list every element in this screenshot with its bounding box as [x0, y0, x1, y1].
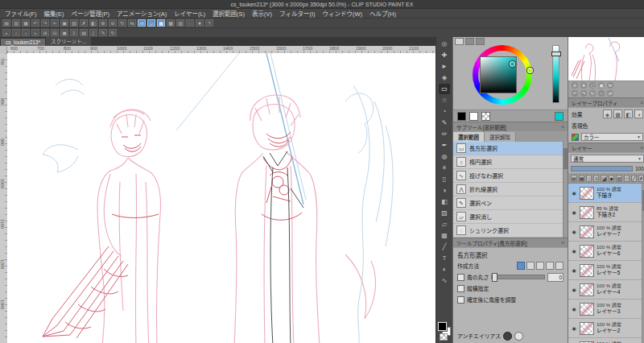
story-editor-icon[interactable]: ≡	[70, 29, 78, 36]
blend-mode-select[interactable]: 通常 ▼	[571, 155, 644, 163]
rotate-view-icon[interactable]: ↻	[118, 19, 126, 27]
border-effect-icon[interactable]: ◈	[603, 110, 612, 118]
nav-reset-display-icon[interactable]: ○	[598, 90, 605, 97]
menu-item-6[interactable]: 表示(V)	[252, 9, 272, 18]
refresh-icon[interactable]: ↻	[109, 29, 117, 36]
delete-layer-icon[interactable]: ✗	[638, 175, 644, 182]
show-grid-icon[interactable]: ▩	[167, 19, 175, 27]
prev-page-icon[interactable]: ‹	[12, 29, 20, 36]
main-color-chip[interactable]	[457, 112, 466, 121]
layer-row[interactable]: ◉100 % 通常レイヤー1	[568, 338, 644, 343]
eye-icon[interactable]: ◉	[571, 190, 577, 196]
select-from-selection-icon[interactable]	[546, 262, 554, 270]
erase-selection[interactable]: ▱選択消し	[453, 210, 568, 224]
expression-color-effect-icon[interactable]: ◑	[634, 110, 643, 118]
roundness-value[interactable]: 0	[547, 273, 564, 282]
panel-menu-icon[interactable]: ≡	[640, 100, 643, 105]
aspect-checkbox[interactable]	[457, 285, 464, 292]
rectangle-select[interactable]: ▭長方形選択	[453, 142, 568, 155]
new-selection-icon[interactable]	[517, 262, 525, 270]
menu-item-3[interactable]: アニメーション(A)	[117, 9, 167, 18]
antialias-off-button[interactable]	[503, 332, 512, 341]
cut-icon[interactable]: ✂	[51, 19, 59, 27]
eye-icon[interactable]: ◉	[571, 248, 577, 254]
menu-item-2[interactable]: ページ管理(P)	[72, 9, 109, 18]
menu-item-8[interactable]: ウィンドウ(W)	[323, 9, 363, 18]
next-page-icon[interactable]: ›	[22, 29, 30, 36]
panel-menu-icon[interactable]: ≡	[561, 124, 564, 130]
pencil-tool[interactable]: ✏	[439, 129, 450, 139]
snap-ruler-icon[interactable]: ▭	[138, 19, 146, 27]
eye-icon[interactable]: ◉	[571, 209, 577, 215]
menu-item-4[interactable]: レイヤー(L)	[174, 9, 205, 18]
tone-effect-icon[interactable]: ▩	[613, 110, 622, 118]
sub-color-chip[interactable]	[469, 112, 478, 121]
nav-rotate-right-icon[interactable]: ↷	[580, 90, 587, 97]
auto-select-tool[interactable]: ☆	[439, 95, 450, 105]
page-list-icon[interactable]: ▤	[80, 29, 88, 36]
opacity-slider[interactable]	[571, 166, 633, 172]
clip-at-layer-icon[interactable]: ◪	[601, 175, 607, 182]
roundness-checkbox[interactable]	[457, 274, 464, 281]
nav-fit-icon[interactable]: ◻	[589, 82, 596, 89]
color-wheel-tab[interactable]	[455, 38, 464, 45]
transparent-color-swatch[interactable]	[440, 333, 448, 341]
menu-item-0[interactable]: ファイル(F)	[5, 9, 37, 18]
expression-color-select[interactable]: カラー ▼	[581, 133, 643, 141]
last-page-icon[interactable]: »	[31, 29, 39, 36]
transparent-chip[interactable]	[481, 112, 490, 121]
lock-layer-icon[interactable]: ◆	[609, 175, 614, 182]
subtool-scrollbar[interactable]	[563, 142, 568, 238]
menu-item-9[interactable]: ヘルプ(H)	[369, 9, 396, 18]
layer-color-effect-icon[interactable]: ◧	[624, 110, 633, 118]
canvas[interactable]	[7, 53, 436, 343]
menu-item-7[interactable]: フィルター(I)	[279, 9, 315, 18]
line-correction-tool[interactable]: ∿	[439, 275, 450, 286]
eye-icon[interactable]: ◉	[571, 325, 577, 331]
save-icon[interactable]: ▦	[22, 19, 30, 27]
value-slider-handle[interactable]	[551, 52, 561, 56]
selection-tool[interactable]: ▭	[439, 84, 450, 94]
brush-tool[interactable]: ✒	[439, 140, 450, 151]
eyedropper-tool[interactable]: ◔	[439, 106, 450, 117]
help-icon[interactable]: ?	[205, 19, 213, 27]
edit-page-icon[interactable]: ✎	[99, 29, 107, 36]
nav-actual-size-icon[interactable]: ▣	[598, 82, 605, 89]
new-folder-icon[interactable]: ▦	[579, 175, 585, 182]
decoration-tool[interactable]: ✳	[439, 163, 450, 173]
add-page-icon[interactable]: ⊞	[41, 29, 49, 36]
roundness-slider[interactable]	[491, 275, 545, 279]
fill-icon[interactable]: ◧	[89, 19, 97, 27]
fill-tool[interactable]: ◧	[439, 196, 450, 207]
subtract-selection-icon[interactable]	[536, 262, 544, 270]
enable-mask-icon[interactable]: ○	[624, 175, 630, 182]
first-page-icon[interactable]: «	[2, 29, 10, 36]
shrink-select[interactable]: ◌シュリンク選択	[453, 224, 568, 238]
color-set-tab[interactable]	[476, 38, 485, 45]
eye-icon[interactable]: ◉	[571, 306, 577, 312]
eraser-tool[interactable]: ▯	[439, 174, 450, 184]
color-slider-tab[interactable]	[465, 38, 474, 45]
layer-row[interactable]: ◉100 % 通常レイヤー3	[568, 300, 644, 319]
blend-tool[interactable]: ◑	[439, 185, 450, 196]
airbrush-tool[interactable]: ◍	[439, 151, 450, 162]
hue-cursor[interactable]	[527, 68, 533, 73]
show-transparent-icon[interactable]: ▨	[176, 19, 184, 27]
text-tool[interactable]: T	[439, 253, 450, 263]
layer-row[interactable]: ◉100 % 通常レイヤー4	[568, 280, 644, 300]
duplicate-page-icon[interactable]: ▣	[60, 29, 68, 36]
zoom-out-icon[interactable]: ⊖	[109, 19, 117, 27]
move-tool[interactable]: ✚	[439, 50, 450, 60]
canvas-tab-0[interactable]: cs_touken213*	[1, 39, 45, 46]
nav-rotate-left-icon[interactable]: ↶	[572, 90, 578, 97]
layer-row[interactable]: ◉100 % 通常レイヤー6	[568, 242, 644, 261]
layer-row[interactable]: ◉100 % 通常下描き	[568, 184, 644, 203]
menu-item-1[interactable]: 編集(E)	[44, 9, 64, 18]
layer-row[interactable]: ◉100 % 通常レイヤー5	[568, 261, 644, 280]
layer-row[interactable]: ◉85 % 通常下描き2	[568, 203, 644, 222]
ellipse-select[interactable]: ○楕円選択	[453, 155, 568, 169]
eye-icon[interactable]: ◉	[571, 267, 577, 273]
material-icon[interactable]: ★	[196, 19, 204, 27]
subtool-tab-1[interactable]: 選択解除	[485, 132, 516, 142]
nav-flip-horizontal-icon[interactable]: ⇄	[607, 90, 613, 97]
